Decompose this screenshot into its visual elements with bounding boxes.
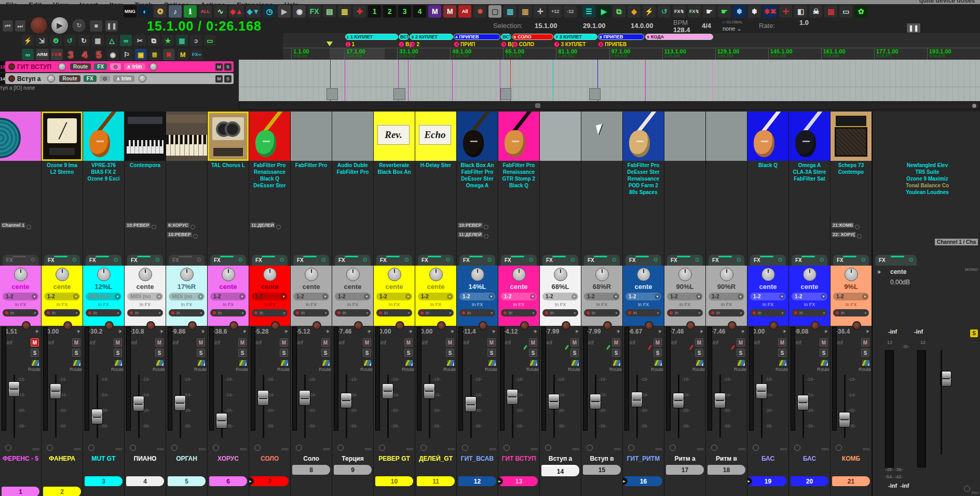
- fx-button[interactable]: FX ⊙: [86, 255, 121, 266]
- fx-entry[interactable]: Contempora: [125, 162, 166, 169]
- route-button[interactable]: Route: [59, 75, 80, 82]
- digit-5-icon[interactable]: 5: [93, 49, 105, 60]
- track-number-tab[interactable]: 13: [0, 61, 5, 72]
- fx-button[interactable]: FX ⊙: [418, 255, 454, 266]
- burst-icon[interactable]: ✸: [473, 5, 486, 18]
- ruler-ticks[interactable]: 1.1.00 0:00,00 17.1.00 0:29,906 33.1.00 …: [283, 48, 980, 60]
- lightning-icon[interactable]: ⚡: [643, 5, 656, 18]
- strip-number[interactable]: 3: [85, 476, 122, 486]
- volume-fader[interactable]: [91, 409, 103, 424]
- routing-matrix-icon[interactable]: [613, 360, 620, 366]
- mouse-icon[interactable]: ▭: [839, 5, 852, 18]
- volume-value[interactable]: -7.46: [711, 328, 725, 335]
- pan-knob[interactable]: [595, 268, 609, 281]
- leaf-icon[interactable]: ✿: [854, 5, 867, 18]
- routing-matrix-icon[interactable]: [281, 360, 288, 366]
- record-arm-button[interactable]: [396, 321, 404, 330]
- input-fx-label[interactable]: In FX: [623, 302, 664, 307]
- fx-power-icon[interactable]: ⊙: [114, 256, 118, 263]
- track-number-tab[interactable]: 14: [0, 73, 5, 84]
- send-knob[interactable]: [152, 225, 156, 229]
- speaker-icon[interactable]: 🕩: [616, 328, 620, 335]
- pan-knob[interactable]: [637, 268, 650, 281]
- record-arm-icon[interactable]: [8, 63, 15, 70]
- solo-button[interactable]: S: [404, 349, 413, 357]
- fx-button[interactable]: FX ⊙: [792, 255, 827, 266]
- pan-knob[interactable]: [845, 268, 858, 281]
- fx-list[interactable]: [664, 161, 705, 222]
- orange-diamond-icon[interactable]: ◆: [628, 5, 641, 18]
- output-select[interactable]: 1-2▼: [792, 293, 827, 300]
- master-mono-label[interactable]: MONO: [965, 267, 978, 272]
- record-arm-button[interactable]: [603, 321, 612, 330]
- fx-power-icon[interactable]: ⊙: [72, 256, 77, 263]
- fx-entry[interactable]: FabFilter Sat: [789, 175, 830, 182]
- fx-button[interactable]: FX ⊙: [750, 255, 786, 266]
- sends-area[interactable]: [332, 222, 373, 253]
- mute-button[interactable]: M: [215, 75, 223, 82]
- star-icon[interactable]: ★: [162, 35, 174, 46]
- transport-time-display[interactable]: 15.1.00 / 0:26.168: [147, 19, 262, 34]
- record-arm-button[interactable]: [271, 321, 280, 330]
- fx-button[interactable]: FX ⊙: [542, 255, 578, 266]
- trim-knob[interactable]: [5, 445, 11, 451]
- fx-list[interactable]: FabFilter ProRenaissanceBlack QDeEsser S…: [249, 161, 290, 222]
- sends-area[interactable]: [498, 222, 539, 253]
- fx-list[interactable]: Audio DubleFabFilter Pro: [332, 161, 373, 222]
- speaker-icon[interactable]: 🕩: [782, 328, 786, 335]
- output-select[interactable]: 1-2▼: [542, 293, 578, 300]
- play-button[interactable]: ▶: [51, 17, 69, 34]
- strip-number[interactable]: ▸13: [500, 476, 538, 486]
- record-arm-button[interactable]: [146, 321, 155, 330]
- routing-matrix-icon[interactable]: [32, 360, 39, 366]
- send-entry[interactable]: 10:РЕВЕР: [458, 223, 483, 228]
- fx-power-icon[interactable]: ⊙: [529, 256, 534, 263]
- folder-collapse-icon[interactable]: ▸: [747, 478, 752, 485]
- fx-entry[interactable]: Scheps 73: [831, 162, 872, 169]
- input-fx-label[interactable]: In FX: [789, 302, 830, 307]
- volume-value[interactable]: -9.86: [171, 328, 185, 335]
- marker-1[interactable]: 11: [345, 41, 355, 47]
- all-red-icon[interactable]: All: [458, 5, 471, 18]
- output-select[interactable]: 1-2▼: [210, 293, 246, 300]
- input-fx-label[interactable]: In FX: [664, 302, 705, 307]
- fx-power-icon[interactable]: ⊙: [404, 256, 409, 263]
- pan-knob[interactable]: [305, 268, 318, 281]
- sends-area[interactable]: [623, 222, 664, 253]
- mute-button[interactable]: M: [612, 338, 620, 347]
- volume-fader[interactable]: [8, 381, 20, 397]
- region-ВСТА[interactable]: ВСТА: [399, 34, 409, 40]
- fx-entry[interactable]: Ozone 9 Exci: [83, 175, 124, 182]
- input-select[interactable]: in▼: [750, 309, 786, 316]
- send-knob[interactable]: [484, 225, 488, 229]
- trim-knob[interactable]: [628, 445, 634, 451]
- input-fx-label[interactable]: In FX: [125, 302, 166, 307]
- input-select[interactable]: in▼: [44, 309, 80, 316]
- routing-matrix-icon[interactable]: [115, 360, 122, 366]
- speaker-icon[interactable]: 🕩: [201, 328, 205, 335]
- pan-knob[interactable]: [388, 268, 401, 281]
- pan-knob[interactable]: [139, 268, 152, 281]
- trim-knob[interactable]: [130, 445, 136, 451]
- split-icon[interactable]: ✂: [134, 35, 146, 46]
- route-button[interactable]: Route: [319, 367, 331, 372]
- route-button[interactable]: Route: [70, 367, 82, 372]
- mute-button[interactable]: M: [72, 338, 80, 347]
- region-ПРИПЕВ[interactable]: 8ПРИПЕВ: [598, 34, 644, 40]
- volume-value[interactable]: -38.6: [213, 328, 227, 335]
- hamburger-icon[interactable]: ☰: [582, 5, 595, 18]
- fx-button[interactable]: FX ⊙: [459, 255, 495, 266]
- repeat-button[interactable]: ↻: [72, 18, 86, 33]
- mute-button[interactable]: M: [778, 338, 786, 347]
- horizontal-scrollbar[interactable]: [239, 101, 980, 110]
- speaker-icon[interactable]: 🕩: [367, 328, 371, 335]
- fx-power-icon[interactable]: ⊙: [446, 256, 451, 263]
- fx-list[interactable]: Black Box AnFabFilter ProDeEsser SterOme…: [457, 161, 498, 222]
- bw-diamond-icon[interactable]: ◧: [794, 5, 807, 18]
- pan-knob[interactable]: [139, 75, 146, 82]
- trim-knob[interactable]: [47, 445, 53, 451]
- send-knob[interactable]: [193, 234, 198, 239]
- solo-button[interactable]: S: [72, 349, 80, 357]
- midi-editor-icon[interactable]: ♪: [169, 5, 182, 18]
- solo-button[interactable]: S: [820, 349, 828, 357]
